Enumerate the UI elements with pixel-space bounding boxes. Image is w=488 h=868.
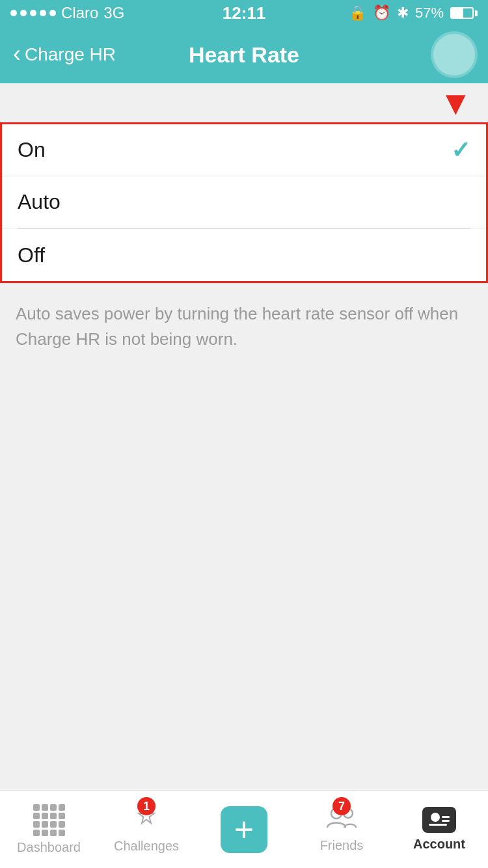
tab-account-label: Account xyxy=(413,837,465,852)
status-time: 12:11 xyxy=(223,3,266,23)
nav-back-button[interactable]: ‹ Charge HR xyxy=(13,44,116,66)
lock-icon: 🔒 xyxy=(349,5,366,21)
svg-point-2 xyxy=(431,813,440,822)
option-on[interactable]: On ✓ xyxy=(2,124,486,176)
tab-bar: Dashboard 1 Challenges + 7 Friends xyxy=(0,790,488,868)
signal-dot-2 xyxy=(20,10,27,16)
battery-percent: 57% xyxy=(415,5,444,21)
svg-rect-4 xyxy=(442,816,450,818)
avatar-image xyxy=(433,34,475,75)
back-chevron-icon: ‹ xyxy=(13,42,21,66)
option-on-label: On xyxy=(18,138,46,162)
svg-rect-5 xyxy=(442,820,450,822)
option-off[interactable]: Off xyxy=(2,229,486,281)
avatar[interactable] xyxy=(431,31,478,78)
battery-fill xyxy=(452,8,463,18)
alarm-icon: ⏰ xyxy=(373,5,390,21)
page-title: Heart Rate xyxy=(189,42,299,68)
tab-friends[interactable]: 7 Friends xyxy=(293,791,390,868)
battery-body xyxy=(450,7,474,19)
tab-friends-label: Friends xyxy=(320,838,364,853)
network-label: 3G xyxy=(103,4,124,22)
checkmark-icon: ✓ xyxy=(451,137,470,164)
tab-challenges[interactable]: 1 Challenges xyxy=(98,791,195,868)
nav-bar: ‹ Charge HR Heart Rate xyxy=(0,26,488,83)
tab-dashboard[interactable]: Dashboard xyxy=(0,791,98,868)
tab-add[interactable]: + xyxy=(195,791,293,868)
option-auto[interactable]: Auto xyxy=(2,176,486,228)
signal-dot-5 xyxy=(49,10,56,16)
down-arrow-icon: ▼ xyxy=(439,86,472,120)
option-auto-label: Auto xyxy=(18,190,61,214)
svg-rect-6 xyxy=(442,824,447,826)
carrier-label: Claro xyxy=(61,4,98,22)
option-off-label: Off xyxy=(18,243,45,267)
svg-rect-3 xyxy=(429,824,443,826)
tab-dashboard-label: Dashboard xyxy=(17,840,81,855)
tab-account[interactable]: Account xyxy=(390,791,488,868)
friends-badge: 7 xyxy=(332,797,351,815)
status-left: Claro 3G xyxy=(10,4,124,22)
signal-dot-4 xyxy=(40,10,46,16)
signal-dots xyxy=(10,10,56,16)
bluetooth-icon: ✱ xyxy=(397,5,409,21)
account-icon xyxy=(422,807,456,833)
status-right: 🔒 ⏰ ✱ 57% xyxy=(349,5,478,21)
add-button[interactable]: + xyxy=(221,806,267,853)
challenges-badge: 1 xyxy=(137,797,156,815)
status-bar: Claro 3G 12:11 🔒 ⏰ ✱ 57% xyxy=(0,0,488,26)
back-label: Charge HR xyxy=(25,44,116,65)
tab-challenges-label: Challenges xyxy=(114,839,179,854)
description-text: Auto saves power by turning the heart ra… xyxy=(0,283,488,370)
signal-dot-1 xyxy=(10,10,17,16)
signal-dot-3 xyxy=(30,10,36,16)
battery-tip xyxy=(475,10,478,16)
options-list: On ✓ Auto Off xyxy=(0,122,488,283)
annotation-arrow-container: ▼ xyxy=(0,83,488,122)
dashboard-icon xyxy=(33,804,65,836)
battery-icon xyxy=(450,7,478,19)
